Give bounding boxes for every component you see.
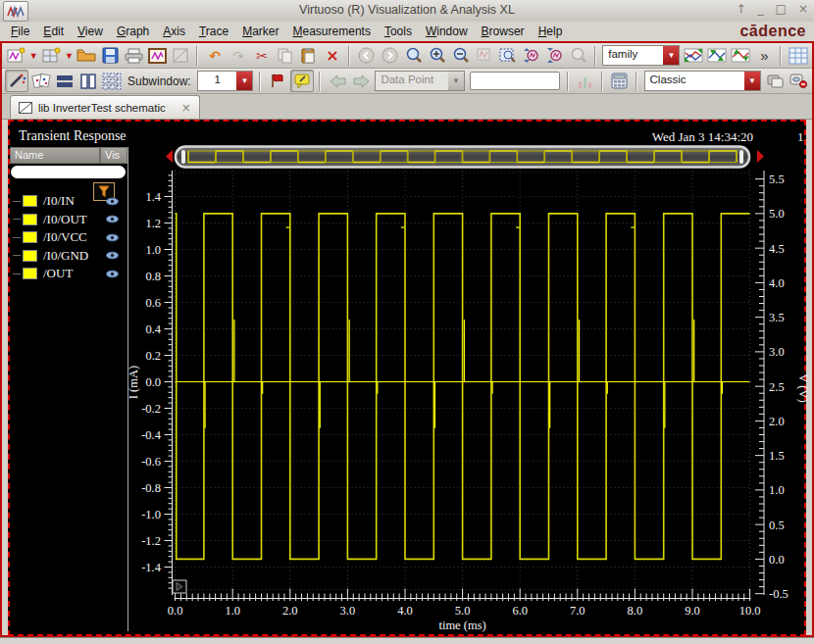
datapoint-combo[interactable]: Data Point ▼ <box>375 71 465 91</box>
zoom-in-icon[interactable] <box>427 45 448 66</box>
visibility-eye-icon[interactable] <box>106 233 119 242</box>
cut-icon[interactable]: ✂ <box>251 45 273 66</box>
signal-row-i0in[interactable]: /I0/IN <box>10 192 127 210</box>
cards-icon[interactable] <box>30 71 52 91</box>
menu-window[interactable]: Window <box>419 24 475 39</box>
print-icon[interactable] <box>123 45 144 66</box>
plot-axes <box>165 171 765 601</box>
subwindow-spinner[interactable]: 1 ▼ <box>197 71 254 91</box>
new-window-icon[interactable] <box>5 45 26 66</box>
visibility-eye-icon[interactable] <box>106 251 119 260</box>
trace-color-swatch[interactable] <box>23 195 37 207</box>
new-subwindow-dropdown-icon[interactable]: ▼ <box>63 46 75 65</box>
copy-icon-disabled[interactable] <box>275 45 296 66</box>
style-combo-dropdown-icon[interactable]: ▼ <box>744 72 760 90</box>
menu-file[interactable]: File <box>4 24 36 39</box>
graph-subwindow: Transient Response Wed Jan 3 14:34:20 1 … <box>8 120 806 636</box>
magnifier-icon-disabled[interactable] <box>568 45 589 66</box>
menu-graph[interactable]: Graph <box>110 24 156 39</box>
menu-marker[interactable]: Marker <box>235 24 285 39</box>
visibility-eye-icon[interactable] <box>106 197 119 206</box>
histogram-icon-disabled[interactable] <box>575 71 596 91</box>
paste-icon[interactable] <box>298 45 320 66</box>
menu-trace[interactable]: Trace <box>192 24 235 39</box>
shade-button[interactable]: ↑ <box>737 2 746 16</box>
menu-axis[interactable]: Axis <box>156 24 192 39</box>
minimize-button[interactable]: _ <box>758 2 764 16</box>
datapoint-dropdown-icon[interactable]: ▼ <box>448 72 464 90</box>
family-combo-dropdown-icon[interactable]: ▼ <box>663 46 679 65</box>
signal-row-i0gnd[interactable]: /I0/GND <box>10 247 127 265</box>
new-subwindow-icon[interactable] <box>40 45 62 66</box>
replace-traces-icon[interactable] <box>706 45 728 66</box>
save-icon[interactable] <box>99 45 121 66</box>
style-combo[interactable]: Classic ▼ <box>644 71 761 91</box>
subwindow-label: Subwindow: <box>127 74 191 88</box>
calculator-icon[interactable] <box>609 71 631 91</box>
page-setup-icon-disabled[interactable] <box>170 45 191 66</box>
split-horizontal-icon[interactable] <box>54 71 76 91</box>
svg-text:10.0: 10.0 <box>739 604 761 618</box>
zoom-fit-icon[interactable] <box>403 45 425 66</box>
zoom-y-out-icon[interactable] <box>544 45 566 66</box>
flag-icon[interactable] <box>267 71 288 91</box>
close-button[interactable]: × <box>798 2 808 16</box>
svg-text:5.0: 5.0 <box>769 207 785 221</box>
split-vertical-icon[interactable] <box>77 71 99 91</box>
trace-color-swatch[interactable] <box>23 231 37 243</box>
menubar: File Edit View Graph Axis Trace Marker M… <box>0 22 814 41</box>
tab-close-icon[interactable]: × <box>181 101 191 115</box>
update-traces-icon[interactable] <box>730 45 751 66</box>
menu-help[interactable]: Help <box>532 24 570 39</box>
zoom-y-in-icon[interactable] <box>521 45 542 66</box>
delete-style-icon[interactable] <box>788 71 809 91</box>
point-value-field[interactable] <box>470 72 560 90</box>
save-style-icon[interactable] <box>764 71 786 91</box>
menu-view[interactable]: View <box>71 24 110 39</box>
signal-row-i0vcc[interactable]: /I0/VCC <box>10 228 127 246</box>
signal-row-i0out[interactable]: /I0/OUT <box>10 211 127 228</box>
prev-point-icon-disabled[interactable] <box>327 71 348 91</box>
family-combo[interactable]: family ▼ <box>602 45 680 66</box>
delete-icon[interactable]: × <box>322 45 343 66</box>
svg-text:0.0: 0.0 <box>769 553 785 567</box>
zoom-out-icon[interactable] <box>450 45 472 66</box>
table-view-icon[interactable] <box>788 45 809 66</box>
open-icon[interactable] <box>76 45 97 66</box>
toolbar-overflow-icon[interactable]: » <box>753 45 775 66</box>
visibility-eye-icon[interactable] <box>106 270 119 278</box>
strip-play-button[interactable] <box>173 580 186 593</box>
trace-color-swatch[interactable] <box>23 250 37 262</box>
undo-icon[interactable]: ↶ <box>204 45 226 66</box>
svg-text:6.0: 6.0 <box>512 604 528 618</box>
name-column-header[interactable]: Name <box>10 147 100 164</box>
append-traces-icon[interactable] <box>683 45 704 66</box>
menu-tools[interactable]: Tools <box>378 24 419 39</box>
new-window-dropdown-icon[interactable]: ▼ <box>27 46 39 65</box>
subwindow-dropdown-icon[interactable]: ▼ <box>236 72 252 90</box>
previous-view-icon-disabled[interactable] <box>356 45 378 66</box>
trace-color-swatch[interactable] <box>23 268 37 279</box>
menu-browser[interactable]: Browser <box>475 24 532 39</box>
signal-filter-input[interactable] <box>11 166 126 178</box>
signal-row-out[interactable]: /OUT <box>10 265 127 282</box>
annotation-note-icon[interactable] <box>290 70 314 92</box>
subwindow-grid-icon[interactable] <box>101 71 123 91</box>
next-view-icon-disabled[interactable] <box>380 45 401 66</box>
svg-text:-1.0: -1.0 <box>141 508 161 521</box>
wizard-icon[interactable] <box>5 70 28 92</box>
export-image-icon[interactable] <box>146 45 168 66</box>
trace-color-swatch[interactable] <box>23 214 37 225</box>
tab-invertertest-schematic[interactable]: lib InverterTest schematic × <box>10 95 200 119</box>
menu-measurements[interactable]: Measurements <box>286 24 378 39</box>
redo-icon[interactable]: ↷ <box>228 45 249 66</box>
visibility-eye-icon[interactable] <box>106 215 119 223</box>
maximize-button[interactable]: □ <box>776 2 787 16</box>
svg-text:1.2: 1.2 <box>145 217 161 230</box>
next-point-icon-disabled[interactable] <box>350 71 372 91</box>
plot-canvas[interactable]: -1.4-1.2-1.0-0.8-0.6-0.4-0.20.00.20.40.6… <box>122 161 808 635</box>
zoom-box-icon[interactable] <box>497 45 519 66</box>
zoom-waveform-icon-disabled[interactable] <box>474 45 495 66</box>
menu-edit[interactable]: Edit <box>36 24 71 39</box>
svg-text:-0.4: -0.4 <box>141 428 162 442</box>
